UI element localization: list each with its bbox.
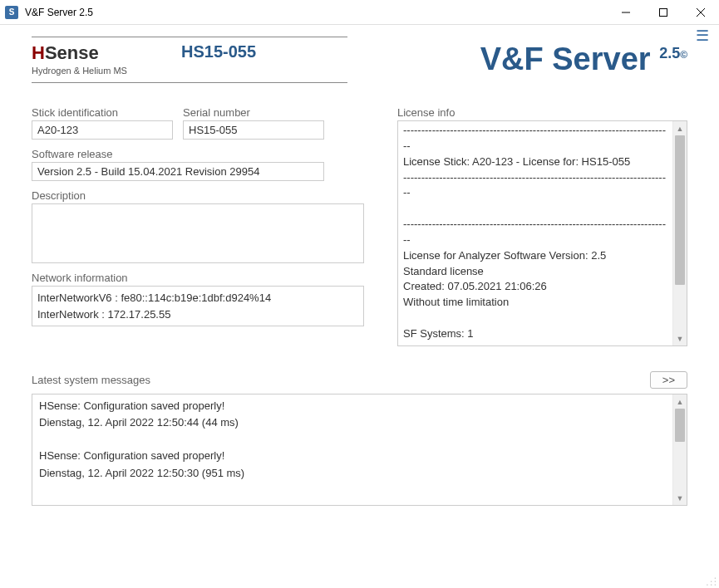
hamburger-menu-icon[interactable]: ☰ [696,28,709,43]
network-line-v6: InterNetworkV6 : fe80::114c:b19e:1dbf:d9… [37,290,358,306]
maximize-button[interactable] [644,0,682,25]
license-text: ----------------------------------------… [398,121,672,345]
close-button[interactable] [682,0,719,25]
main-content: HSense Hydrogen & Helium MS HS15-055 V&F… [8,30,711,506]
device-logo-block: HSense Hydrogen & Helium MS HS15-055 [32,37,347,83]
close-icon [697,8,705,17]
network-info-box: InterNetworkV6 : fe80::114c:b19e:1dbf:d9… [32,286,364,326]
svg-rect-1 [659,8,667,16]
scroll-up-icon[interactable]: ▲ [673,121,687,135]
right-column: License info ---------------------------… [397,106,687,346]
description-box[interactable] [32,203,364,263]
minimize-icon [622,8,630,17]
messages-scrollbar[interactable]: ▲ ▼ [672,394,687,505]
stick-id-input[interactable] [32,120,173,140]
messages-header: Latest system messages >> [32,371,687,389]
stick-id-label: Stick identification [32,106,173,119]
maximize-icon [659,8,667,17]
messages-content: HSense: Configuration saved properly! Di… [32,394,672,505]
brand-main: V&F Server [480,42,651,76]
scroll-thumb[interactable] [675,409,685,442]
left-column: Stick identification Serial number Softw… [32,106,364,346]
device-code: HS15-055 [181,42,256,61]
resize-grip-icon[interactable]: .. .. . . [706,575,716,585]
message-timestamp: Dienstag, 12. April 2022 12:50:44 (44 ms… [39,414,666,431]
header-row: HSense Hydrogen & Helium MS HS15-055 V&F… [32,37,687,83]
window-title: V&F Server 2.5 [25,7,607,18]
device-name-h: H [32,42,45,63]
network-line-v4: InterNetwork : 172.17.25.55 [37,306,358,323]
columns: Stick identification Serial number Softw… [32,106,687,346]
serial-number-label: Serial number [183,106,324,119]
license-info-label: License info [397,106,687,119]
device-subtitle: Hydrogen & Helium MS [32,66,181,76]
message-line: HSense: Configuration saved properly! [39,448,666,464]
app-icon: S [5,6,18,19]
titlebar: S V&F Server 2.5 [0,0,719,25]
app-body: ☰ HSense Hydrogen & Helium MS HS15-055 V… [0,25,719,588]
network-info-label: Network information [32,272,364,284]
messages-box: HSense: Configuration saved properly! Di… [32,394,687,506]
serial-number-input[interactable] [183,120,324,140]
software-release-label: Software release [32,148,364,160]
device-name: HSense [32,42,181,64]
brand-title: V&F Server 2.5© [480,43,687,75]
messages-more-button[interactable]: >> [650,371,687,389]
software-release-input[interactable] [32,162,324,181]
message-line: HSense: Configuration saved properly! [39,398,666,414]
description-label: Description [32,189,364,202]
scroll-track[interactable] [673,135,687,331]
scroll-up-icon[interactable]: ▲ [673,394,687,409]
device-name-rest: Sense [45,42,99,63]
brand-copyright: © [680,49,687,61]
scroll-down-icon[interactable]: ▼ [673,331,687,345]
messages-label: Latest system messages [32,374,642,386]
minimize-button[interactable] [607,0,644,25]
scroll-down-icon[interactable]: ▼ [673,491,687,505]
scroll-track[interactable] [673,409,687,491]
brand-version: 2.5 [659,45,680,61]
license-scrollbar[interactable]: ▲ ▼ [672,121,687,345]
scroll-thumb[interactable] [675,135,685,285]
message-timestamp: Dienstag, 12. April 2022 12:50:30 (951 m… [39,465,666,482]
license-info-box: ----------------------------------------… [397,120,687,346]
